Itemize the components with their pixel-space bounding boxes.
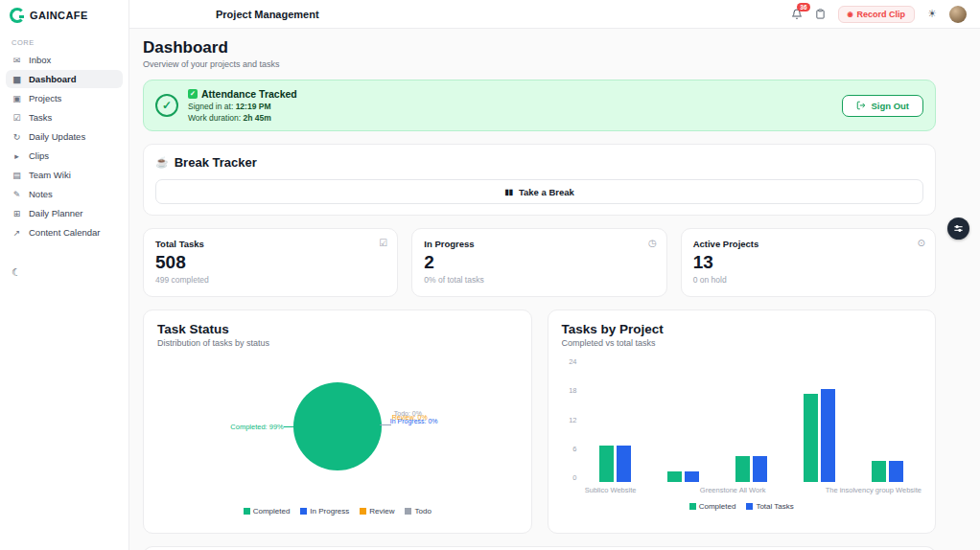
notifications-button[interactable]: 36 [791, 9, 803, 20]
sidebar-item-projects[interactable]: ▣Projects [6, 89, 123, 107]
daily-updates-icon: ↻ [12, 132, 22, 142]
y-axis-tick: 6 [572, 445, 576, 453]
sign-out-button[interactable]: Sign Out [842, 95, 923, 117]
x-axis-label: Sublico Website [581, 486, 641, 494]
brand-g-icon [10, 8, 25, 23]
sidebar-item-label: Dashboard [29, 74, 77, 84]
bar-completed [872, 461, 886, 482]
break-tracker-title: Break Tracker [175, 155, 257, 170]
x-axis-label [641, 486, 700, 494]
stat-value: 508 [155, 252, 385, 273]
daily-planner-icon: ⊞ [12, 209, 22, 218]
charts-row: Task Status Distribution of tasks by sta… [143, 309, 936, 534]
record-clip-button[interactable]: ◉ Record Clip [838, 6, 916, 23]
bar-completed [804, 394, 818, 482]
y-axis-tick: 24 [569, 357, 576, 366]
content-calendar-icon: ↗ [12, 228, 22, 238]
page-title: Dashboard [143, 38, 936, 57]
sidebar-item-label: Tasks [29, 112, 52, 123]
bar-plot-area [581, 357, 922, 482]
legend-label: Todo [414, 507, 431, 516]
sidebar-item-dashboard[interactable]: ▦Dashboard [6, 70, 123, 88]
user-avatar[interactable] [949, 6, 967, 23]
stat-card-total-tasks: Total Tasks 508 499 completed ☑ [143, 228, 398, 297]
sign-out-label: Sign Out [871, 101, 909, 111]
bar-group [667, 357, 699, 482]
legend-swatch [405, 508, 411, 515]
attendance-text: ✓ Attendance Tracked Signed in at: 12:19… [188, 88, 297, 123]
sidebar-item-daily-updates[interactable]: ↻Daily Updates [6, 127, 123, 146]
sidebar-item-label: Daily Planner [29, 208, 83, 218]
sidebar-item-label: Content Calendar [29, 227, 100, 238]
topbar-actions: 36 ◉ Record Clip ☀ [791, 6, 980, 23]
clipboard-button[interactable] [815, 9, 826, 19]
record-clip-label: Record Clip [857, 10, 906, 19]
legend-swatch [360, 508, 366, 515]
legend-label: Review [369, 507, 394, 516]
sidebar-item-tasks[interactable]: ☑Tasks [6, 108, 123, 126]
stat-value: 13 [693, 252, 923, 273]
x-axis-label: The insolvency group Website [826, 486, 922, 494]
pie-label-completed: Completed: 99% [230, 423, 283, 431]
check-circle-icon: ✓ [155, 94, 178, 117]
chart-subtitle: Completed vs total tasks [562, 338, 922, 348]
dashboard-icon: ▦ [12, 75, 22, 84]
legend-label: In Progress [310, 507, 349, 516]
sidebar-item-content-calendar[interactable]: ↗Content Calendar [6, 223, 123, 241]
legend-item-todo: Todo [405, 507, 431, 516]
sidebar-item-daily-planner[interactable]: ⊞Daily Planner [6, 204, 123, 222]
legend-item-review: Review [360, 507, 394, 516]
legend-label: Completed [699, 502, 736, 511]
sidebar-item-clips[interactable]: ▸Clips [6, 147, 123, 165]
alert-circle-icon: ⊙ [918, 238, 925, 248]
legend-swatch [300, 508, 307, 515]
theme-toggle-button[interactable]: ☀ [927, 8, 937, 20]
task-status-chart-card: Task Status Distribution of tasks by sta… [143, 309, 532, 534]
topbar: Project Management 36 ◉ Record Clip ☀ [129, 0, 980, 29]
stat-sub: 0% of total tasks [424, 275, 654, 285]
bar-group [872, 357, 903, 482]
clips-icon: ▸ [12, 151, 22, 161]
sidebar: GAINCAFE Core ✉Inbox▦Dashboard▣Projects☑… [0, 0, 129, 550]
inbox-icon: ✉ [12, 56, 22, 65]
sidebar-item-inbox[interactable]: ✉Inbox [6, 51, 123, 69]
bar-completed [735, 456, 750, 482]
take-a-break-button[interactable]: ▮▮ Take a Break [155, 179, 923, 204]
pie-connector-line [380, 424, 391, 425]
sidebar-item-notes[interactable]: ✎Notes [6, 185, 123, 203]
legend-item-total-tasks: Total Tasks [746, 502, 793, 511]
stat-sub: 499 completed [155, 275, 385, 285]
tasks-by-project-chart-card: Tasks by Project Completed vs total task… [548, 309, 937, 534]
check-emoji-icon: ✓ [188, 89, 198, 99]
notification-badge: 36 [797, 3, 809, 11]
stat-label: Active Projects [693, 239, 923, 249]
next-card-edge [143, 546, 936, 550]
pie-legend: CompletedIn ProgressReviewTodo [157, 507, 518, 516]
floating-settings-button[interactable] [947, 218, 969, 240]
sidebar-section-label: Core [0, 29, 128, 50]
checkbox-icon: ☑ [379, 238, 387, 248]
bar-group [804, 357, 835, 482]
coffee-icon: ☕ [155, 156, 169, 169]
signed-in-time: 12:19 PM [236, 102, 271, 111]
legend-item-completed: Completed [244, 507, 291, 516]
moon-icon[interactable]: ☾ [12, 266, 117, 279]
y-axis-tick: 12 [569, 416, 576, 424]
brand-logo[interactable]: GAINCAFE [0, 0, 128, 29]
chart-subtitle: Distribution of tasks by status [157, 338, 518, 348]
sidebar-item-team-wiki[interactable]: ▤Team Wiki [6, 166, 123, 184]
x-axis-label: Greenstone All Work [700, 486, 766, 494]
tasks-icon: ☑ [12, 113, 22, 123]
sidebar-item-label: Daily Updates [29, 131, 85, 142]
bar-completed [599, 446, 614, 482]
brand-name: GAINCAFE [30, 10, 88, 21]
main-content: Dashboard Overview of your projects and … [129, 29, 980, 550]
legend-swatch [689, 503, 696, 510]
legend-label: Total Tasks [756, 502, 793, 511]
record-dot-icon: ◉ [848, 11, 853, 18]
stats-row: Total Tasks 508 499 completed ☑ In Progr… [143, 228, 936, 297]
stat-value: 2 [424, 252, 654, 273]
bar-group [735, 357, 767, 482]
x-axis-labels: Sublico WebsiteGreenstone All WorkThe in… [581, 486, 922, 494]
legend-swatch [746, 503, 753, 510]
